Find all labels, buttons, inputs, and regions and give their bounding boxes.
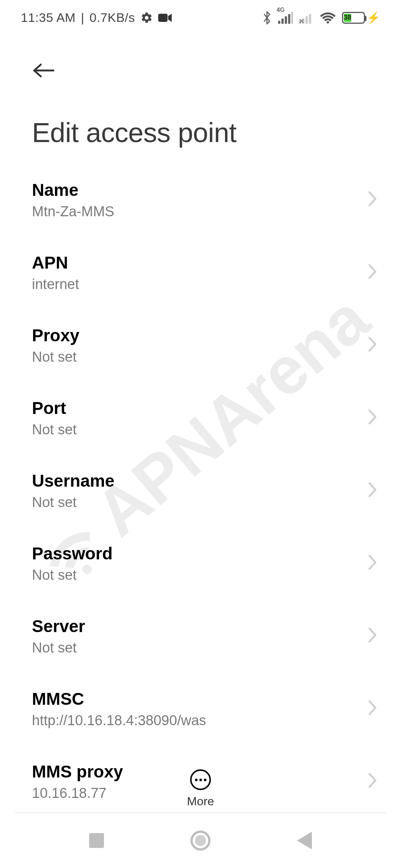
square-icon bbox=[89, 833, 104, 848]
chevron-right-icon bbox=[367, 335, 378, 355]
svg-rect-0 bbox=[158, 13, 167, 22]
chevron-right-icon bbox=[367, 190, 378, 209]
android-nav-bar bbox=[0, 813, 401, 868]
settings-row-value: Not set bbox=[32, 640, 85, 656]
settings-row-mms_proxy[interactable]: MMS proxy 10.16.18.77 bbox=[0, 745, 401, 814]
settings-row-text: Name Mtn-Za-MMS bbox=[32, 180, 114, 220]
triangle-back-icon bbox=[297, 832, 312, 849]
settings-row-text: APN internet bbox=[32, 253, 79, 292]
bluetooth-icon bbox=[262, 11, 272, 25]
status-bar: 11:35 AM | 0.7KB/s 4G 38 ⚡ bbox=[0, 0, 401, 35]
status-right: 4G 38 ⚡ bbox=[262, 11, 380, 25]
settings-row-title: Name bbox=[32, 180, 114, 200]
charging-icon: ⚡ bbox=[366, 11, 380, 24]
wifi-icon bbox=[320, 11, 336, 24]
signal-4g-icon: 4G bbox=[278, 12, 293, 24]
chevron-right-icon bbox=[367, 772, 378, 791]
settings-row-title: Proxy bbox=[32, 325, 79, 345]
svg-rect-5 bbox=[291, 12, 293, 24]
svg-rect-4 bbox=[288, 14, 290, 24]
settings-row-title: Server bbox=[32, 616, 85, 636]
settings-row-text: Proxy Not set bbox=[32, 325, 79, 365]
settings-row-apn[interactable]: APN internet bbox=[0, 236, 401, 309]
settings-row-title: Port bbox=[32, 398, 76, 418]
settings-row-title: Password bbox=[32, 543, 113, 563]
svg-rect-3 bbox=[285, 16, 287, 24]
settings-row-text: Password Not set bbox=[32, 543, 113, 583]
svg-rect-9 bbox=[309, 14, 311, 24]
settings-row-text: Username Not set bbox=[32, 471, 114, 510]
settings-row-password[interactable]: Password Not set bbox=[0, 527, 401, 599]
nav-back-button[interactable] bbox=[291, 828, 317, 854]
settings-row-value: http://10.16.18.4:38090/was bbox=[32, 713, 206, 729]
settings-row-username[interactable]: Username Not set bbox=[0, 454, 401, 527]
page-title: Edit access point bbox=[0, 91, 401, 163]
settings-row-server[interactable]: Server Not set bbox=[0, 599, 401, 672]
settings-row-value: Not set bbox=[32, 349, 79, 365]
battery-percent: 38 bbox=[344, 14, 351, 22]
settings-row-title: APN bbox=[32, 253, 79, 273]
settings-row-value: internet bbox=[32, 276, 79, 292]
gear-icon bbox=[140, 11, 153, 24]
settings-row-title: MMSC bbox=[32, 689, 206, 709]
settings-row-value: Not set bbox=[32, 494, 114, 510]
chevron-right-icon bbox=[367, 481, 378, 500]
chevron-right-icon bbox=[367, 699, 378, 718]
settings-row-value: Not set bbox=[32, 567, 113, 583]
settings-row-name[interactable]: Name Mtn-Za-MMS bbox=[0, 163, 401, 236]
status-left: 11:35 AM | 0.7KB/s bbox=[21, 10, 172, 25]
back-button[interactable] bbox=[32, 57, 58, 83]
settings-row-text: Server Not set bbox=[32, 616, 85, 656]
chevron-right-icon bbox=[367, 626, 378, 645]
battery-indicator: 38 ⚡ bbox=[342, 11, 380, 24]
network-badge: 4G bbox=[277, 7, 284, 13]
chevron-right-icon bbox=[367, 408, 378, 427]
chevron-right-icon bbox=[367, 263, 378, 282]
svg-rect-8 bbox=[306, 16, 308, 24]
settings-row-text: MMS proxy 10.16.18.77 bbox=[32, 762, 123, 801]
chevron-right-icon bbox=[367, 553, 378, 573]
svg-rect-2 bbox=[281, 19, 284, 24]
settings-row-text: Port Not set bbox=[32, 398, 76, 438]
camera-icon bbox=[158, 13, 172, 23]
settings-row-port[interactable]: Port Not set bbox=[0, 381, 401, 454]
settings-row-value: 10.16.18.77 bbox=[32, 785, 123, 801]
status-net-speed: 0.7KB/s bbox=[89, 10, 135, 25]
settings-row-mmsc[interactable]: MMSC http://10.16.18.4:38090/was bbox=[0, 672, 401, 745]
settings-row-title: MMS proxy bbox=[32, 762, 123, 782]
status-separator: | bbox=[81, 10, 84, 25]
settings-row-value: Not set bbox=[32, 422, 76, 438]
settings-row-value: Mtn-Za-MMS bbox=[32, 204, 114, 220]
settings-row-proxy[interactable]: Proxy Not set bbox=[0, 309, 401, 381]
settings-row-text: MMSC http://10.16.18.4:38090/was bbox=[32, 689, 206, 729]
nav-home-button[interactable] bbox=[188, 828, 213, 854]
svg-rect-1 bbox=[278, 21, 280, 24]
circle-icon bbox=[190, 831, 211, 851]
settings-row-title: Username bbox=[32, 471, 114, 491]
signal-nosim-icon bbox=[299, 12, 314, 24]
app-header bbox=[0, 35, 401, 91]
settings-list: Name Mtn-Za-MMS APN internet Proxy Not s… bbox=[0, 163, 401, 814]
status-time: 11:35 AM bbox=[21, 10, 76, 25]
arrow-left-icon bbox=[32, 62, 55, 79]
nav-recents-button[interactable] bbox=[84, 828, 110, 854]
